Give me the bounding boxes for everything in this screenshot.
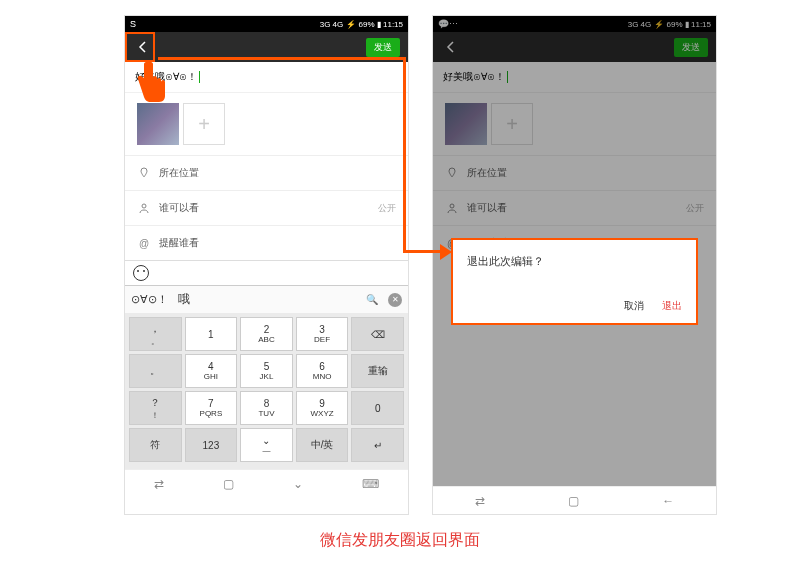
visibility-row[interactable]: 谁可以看 公开 [125, 190, 408, 225]
android-nav-bar: ⇄ ▢ ⌄ ⌨ [125, 469, 408, 497]
key-TUV[interactable]: 8TUV [240, 391, 293, 425]
key-ABC[interactable]: 2ABC [240, 317, 293, 351]
location-row[interactable]: 所在位置 [125, 155, 408, 190]
user-icon [137, 201, 151, 215]
dialog-actions: 取消 退出 [467, 299, 682, 313]
nav-back-icon[interactable]: ← [662, 494, 674, 508]
key-。[interactable]: 。 [129, 354, 182, 388]
key-WXYZ[interactable]: 9WXYZ [296, 391, 349, 425]
location-label: 所在位置 [159, 166, 396, 180]
key-—[interactable]: ⌄— [240, 428, 293, 462]
key-GHI[interactable]: 4GHI [185, 354, 238, 388]
status-bar: S 3G 4G ⚡ 69% ▮ 11:15 [125, 16, 408, 32]
android-nav-bar: ⇄ ▢ ← [433, 486, 716, 514]
dialog-question: 退出此次编辑？ [467, 254, 682, 269]
key-0[interactable]: 0 [351, 391, 404, 425]
annotation-arrow [403, 57, 406, 253]
mention-label: 提醒谁看 [159, 236, 396, 250]
at-icon: @ [137, 236, 151, 250]
key-↵[interactable]: ↵ [351, 428, 404, 462]
status-signal: 3G 4G [320, 20, 344, 29]
dialog-exit-button[interactable]: 退出 [662, 299, 682, 313]
status-left-icon: S [130, 16, 136, 32]
nav-home-icon[interactable]: ▢ [568, 494, 579, 508]
finger-pointer-icon [132, 58, 172, 106]
emoji-face-icon [133, 265, 149, 281]
key-JKL[interactable]: 5JKL [240, 354, 293, 388]
keyboard: ，。12ABC3DEF⌫ 。4GHI5JKL6MNO重输 ？！7PQRS8TUV… [125, 313, 408, 469]
emoji-bar[interactable] [125, 260, 408, 285]
nav-home-icon[interactable]: ▢ [223, 477, 234, 491]
nav-recent-icon[interactable]: ⇄ [154, 477, 164, 491]
photo-thumbnail[interactable] [137, 103, 179, 145]
key-DEF[interactable]: 3DEF [296, 317, 349, 351]
kb-row-1: ，。12ABC3DEF⌫ [129, 317, 404, 351]
key-！[interactable]: ？！ [129, 391, 182, 425]
nav-recent-icon[interactable]: ⇄ [475, 494, 485, 508]
visibility-label: 谁可以看 [159, 201, 370, 215]
dialog-cancel-button[interactable]: 取消 [624, 299, 644, 313]
key-。[interactable]: ，。 [129, 317, 182, 351]
mention-row[interactable]: @ 提醒谁看 [125, 225, 408, 260]
status-right: ⚡ 69% ▮ 11:15 [346, 20, 403, 29]
annotation-arrow [403, 250, 445, 253]
kb-row-4: 符123⌄—中/英↵ [129, 428, 404, 462]
key-符[interactable]: 符 [129, 428, 182, 462]
key-⌫[interactable]: ⌫ [351, 317, 404, 351]
add-photo-button[interactable]: + [183, 103, 225, 145]
key-中/英[interactable]: 中/英 [296, 428, 349, 462]
suggest-close-icon[interactable]: ✕ [388, 293, 402, 307]
key-1[interactable]: 1 [185, 317, 238, 351]
nav-keyboard-icon[interactable]: ⌨ [362, 477, 379, 491]
nav-down-icon[interactable]: ⌄ [293, 477, 303, 491]
kb-row-2: 。4GHI5JKL6MNO重输 [129, 354, 404, 388]
figure-caption: 微信发朋友圈返回界面 [0, 530, 800, 551]
visibility-value: 公开 [378, 202, 396, 215]
key-MNO[interactable]: 6MNO [296, 354, 349, 388]
annotation-arrow-head [440, 244, 452, 260]
suggest-word[interactable]: 哦 [178, 291, 356, 308]
kb-row-3: ？！7PQRS8TUV9WXYZ0 [129, 391, 404, 425]
exit-dialog: 退出此次编辑？ 取消 退出 [451, 238, 698, 325]
suggestion-bar: ⊙∀⊙！ 哦 🔍 ✕ [125, 285, 408, 313]
key-重输[interactable]: 重输 [351, 354, 404, 388]
annotation-arrow [158, 57, 406, 60]
text-cursor [199, 71, 200, 83]
svg-point-0 [142, 204, 146, 208]
phone-screenshot-right: 💬⋯ 3G 4G ⚡ 69% ▮ 11:15 发送 好美哦⊙∀⊙！ + 所在位置 [432, 15, 717, 515]
key-123[interactable]: 123 [185, 428, 238, 462]
key-PQRS[interactable]: 7PQRS [185, 391, 238, 425]
search-icon[interactable]: 🔍 [366, 294, 378, 305]
send-button[interactable]: 发送 [366, 38, 400, 57]
suggest-symbols[interactable]: ⊙∀⊙！ [131, 292, 168, 307]
location-icon [137, 166, 151, 180]
